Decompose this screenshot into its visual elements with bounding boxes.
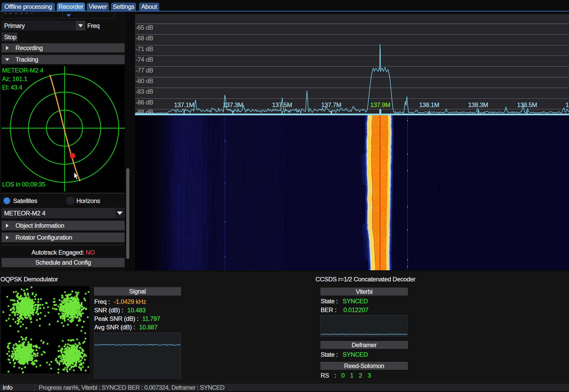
svg-text:138.5M: 138.5M [517,101,537,108]
svg-text:137.3M: 137.3M [223,101,243,108]
svg-text:-65 dB: -65 dB [136,24,153,31]
svg-text:-71 dB: -71 dB [136,45,153,52]
svg-text:137.1M: 137.1M [174,101,194,108]
svg-text:138.3M: 138.3M [468,101,488,108]
svg-text:137.5M: 137.5M [272,101,292,108]
svg-text:-68 dB: -68 dB [136,35,153,42]
svg-text:-83 dB: -83 dB [136,88,153,95]
svg-text:137.9M: 137.9M [370,101,390,108]
svg-text:-86 dB: -86 dB [136,99,153,106]
svg-text:METEOR-M2 4: METEOR-M2 4 [2,67,43,74]
svg-text:LOS in 00:09:35: LOS in 00:09:35 [2,181,45,188]
svg-text:138.1M: 138.1M [419,101,439,108]
svg-text:137.7M: 137.7M [321,101,341,108]
svg-text:-74 dB: -74 dB [136,56,153,63]
svg-text:-77 dB: -77 dB [136,67,153,74]
svg-text:Az: 161.1: Az: 161.1 [2,75,27,82]
svg-text:El: 43.4: El: 43.4 [2,84,22,91]
svg-text:138.7M: 138.7M [565,101,569,108]
svg-text:-80 dB: -80 dB [136,77,153,84]
